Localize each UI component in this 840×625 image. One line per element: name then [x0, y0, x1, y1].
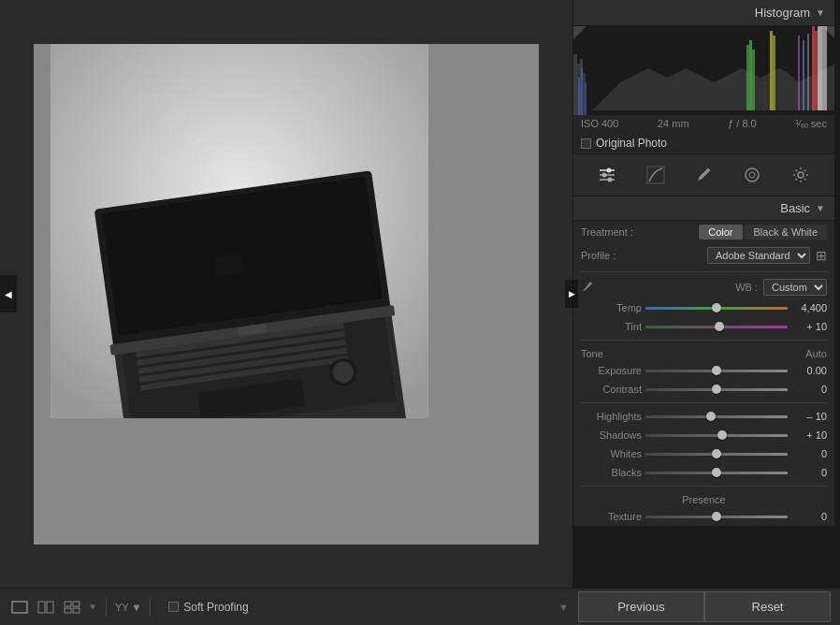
contrast-label: Contrast — [581, 384, 642, 395]
settings-tool-icon[interactable] — [788, 162, 814, 188]
view-dropdown-icon[interactable]: ▼ — [88, 602, 97, 612]
texture-thumb[interactable] — [712, 512, 721, 521]
toolbar-sep-1 — [106, 598, 107, 617]
svg-rect-54 — [65, 602, 71, 606]
temp-slider-row: Temp 4,400 — [573, 299, 834, 316]
temp-label: Temp — [581, 302, 642, 313]
svg-rect-28 — [585, 82, 587, 115]
svg-rect-16 — [214, 252, 245, 276]
temp-value: 4,400 — [791, 302, 827, 313]
svg-rect-56 — [65, 608, 71, 613]
contrast-thumb[interactable] — [712, 385, 721, 394]
whites-label: Whites — [581, 448, 642, 459]
divider-1 — [581, 271, 827, 272]
svg-rect-33 — [773, 36, 775, 110]
split-view-icon[interactable] — [36, 597, 56, 618]
wb-select[interactable]: Custom — [763, 279, 827, 296]
shadows-track[interactable] — [645, 434, 788, 437]
brush-tool-icon[interactable] — [690, 162, 717, 188]
soft-proofing-checkbox[interactable] — [168, 602, 179, 612]
auto-button[interactable]: Auto — [805, 348, 827, 359]
texture-label: Texture — [581, 511, 642, 522]
treatment-color-btn[interactable]: Color — [699, 225, 742, 240]
basic-section-header: Basic ▼ — [573, 196, 834, 221]
highlights-track[interactable] — [645, 415, 788, 418]
treatment-label: Treatment : — [581, 226, 633, 238]
profile-select[interactable]: Adobe Standard — [707, 247, 810, 264]
histogram-collapse-arrow[interactable]: ▼ — [816, 7, 825, 18]
svg-rect-39 — [803, 40, 804, 110]
tool-icons-row — [573, 154, 834, 196]
soft-proofing-area: Soft Proofing — [168, 601, 248, 614]
curves-tool-icon[interactable] — [643, 162, 669, 188]
sliders-tool-icon[interactable] — [594, 162, 620, 188]
svg-rect-51 — [12, 602, 27, 613]
basic-title: Basic — [780, 201, 810, 215]
svg-point-50 — [798, 172, 804, 178]
basic-collapse-arrow[interactable]: ▼ — [816, 203, 825, 213]
shadows-thumb[interactable] — [717, 430, 727, 440]
focal-length-value: 24 mm — [658, 118, 689, 130]
tint-value: + 10 — [791, 321, 827, 332]
profile-grid-icon[interactable]: ⊞ — [816, 248, 827, 263]
svg-rect-27 — [581, 68, 583, 115]
divider-3 — [581, 402, 827, 403]
previous-button[interactable]: Previous — [578, 591, 704, 622]
left-panel-toggle[interactable]: ◀ — [0, 275, 17, 312]
exposure-thumb[interactable] — [712, 366, 721, 375]
shadows-value: + 10 — [791, 429, 827, 441]
blacks-row: Blacks 0 — [573, 464, 834, 481]
reset-button[interactable]: Reset — [704, 591, 831, 622]
bottom-buttons: Previous Reset — [578, 591, 831, 622]
profile-label: Profile : — [581, 250, 616, 261]
shadows-label: Shadows — [581, 429, 642, 441]
radial-tool-icon[interactable] — [739, 162, 765, 188]
right-panel-toggle[interactable]: ▶ — [565, 280, 578, 308]
highlights-thumb[interactable] — [706, 412, 716, 421]
blacks-label: Blacks — [581, 467, 642, 478]
presence-label: Presence — [682, 494, 725, 505]
grid-view-icon[interactable] — [62, 597, 82, 618]
svg-point-46 — [607, 178, 612, 182]
single-view-icon[interactable] — [9, 597, 30, 618]
svg-rect-53 — [47, 602, 53, 613]
temp-slider-thumb[interactable] — [712, 303, 721, 312]
svg-rect-40 — [807, 34, 809, 110]
svg-point-48 — [746, 168, 759, 182]
whites-thumb[interactable] — [712, 449, 721, 458]
original-photo-checkbox[interactable] — [581, 138, 591, 149]
laptop-photo — [34, 44, 445, 418]
contrast-value: 0 — [791, 384, 827, 395]
image-container — [34, 44, 539, 545]
shadows-row: Shadows + 10 — [573, 427, 834, 443]
svg-rect-35 — [815, 31, 818, 110]
whites-track[interactable] — [645, 453, 788, 456]
blacks-thumb[interactable] — [712, 468, 721, 477]
svg-rect-30 — [749, 40, 752, 110]
whites-value: 0 — [791, 448, 827, 459]
contrast-track[interactable] — [645, 388, 788, 391]
iso-value: ISO 400 — [581, 118, 618, 130]
exposure-label: Exposure — [581, 365, 642, 376]
histogram-canvas — [573, 26, 834, 115]
temp-slider-track[interactable] — [645, 307, 788, 310]
texture-track[interactable] — [645, 516, 788, 518]
svg-rect-29 — [746, 45, 749, 110]
eyedropper-icon[interactable] — [581, 280, 594, 296]
highlights-label: Highlights — [581, 411, 642, 422]
svg-rect-22 — [573, 54, 577, 115]
bottom-dropdown-icon[interactable]: ▼ — [558, 602, 569, 613]
tint-label: Tint — [581, 321, 642, 332]
texture-value: 0 — [791, 511, 827, 522]
wb-row: WB : Custom — [573, 276, 834, 298]
svg-rect-38 — [798, 36, 800, 110]
divider-2 — [581, 340, 827, 341]
treatment-bw-btn[interactable]: Black & White — [745, 225, 827, 240]
exposure-value: 0.00 — [791, 365, 827, 376]
tint-slider-track[interactable] — [645, 326, 788, 328]
blacks-track[interactable] — [645, 472, 788, 474]
exposure-track[interactable] — [645, 370, 788, 372]
divider-4 — [581, 486, 827, 487]
tint-slider-thumb[interactable] — [715, 322, 724, 331]
yy-dropdown[interactable]: YY ▼ — [115, 602, 141, 613]
